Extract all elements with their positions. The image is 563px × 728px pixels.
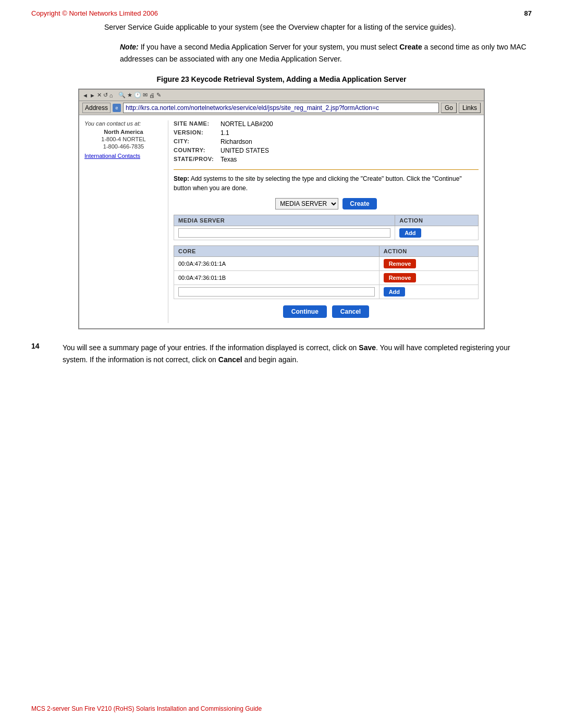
refresh-icon[interactable]: ↺ [103, 92, 108, 98]
core-action-cell-2: Remove [379, 271, 478, 285]
search-icon[interactable]: 🔍 [118, 92, 126, 98]
note-text1: If you have a second Media Application S… [139, 43, 399, 51]
country-value: UNITED STATES [221, 147, 269, 154]
version-value: 1.1 [221, 129, 229, 137]
company-name: North America [84, 129, 163, 135]
go-button[interactable]: Go [441, 103, 457, 113]
core-col-header: CORE [174, 246, 380, 257]
site-name-value: NORTEL LAB#200 [221, 120, 273, 128]
forward-icon[interactable]: ► [90, 92, 95, 98]
create-button[interactable]: Create [342, 198, 376, 209]
state-label: STATE/PROV: [174, 156, 221, 163]
main-web-area: SITE NAME: NORTEL LAB#200 VERSION: 1.1 C… [168, 120, 479, 323]
cancel-button[interactable]: Cancel [332, 305, 369, 318]
core-value-cell-1: 00:0A:47:36:01:1A [174, 257, 380, 271]
core-action-cell-1: Remove [379, 257, 478, 271]
home-icon[interactable]: ⌂ [109, 92, 113, 98]
state-row: STATE/PROV: Texas [174, 156, 479, 163]
footer-text: MCS 2-server Sun Fire V210 (RoHS) Solari… [31, 705, 262, 712]
core-add-cell: Add [379, 285, 478, 299]
stop-icon[interactable]: ✕ [97, 92, 102, 98]
version-label: VERSION: [174, 129, 221, 137]
phone1: 1-800-4 NORTEL [84, 136, 163, 142]
note-bold1: Create [399, 43, 422, 51]
step14-bold2: Cancel [218, 355, 242, 364]
address-bar-row: Address e Go Links [79, 101, 484, 115]
main-content: Server Service Guide applicable to your … [0, 21, 563, 65]
media-server-input-cell [174, 226, 395, 240]
page-number: 87 [524, 9, 532, 17]
version-row: VERSION: 1.1 [174, 129, 479, 137]
media-server-input[interactable] [178, 228, 390, 238]
site-info-table: SITE NAME: NORTEL LAB#200 VERSION: 1.1 C… [174, 120, 479, 163]
intl-contacts-link[interactable]: International Contacts [84, 153, 163, 159]
step14-section: 14 You will see a summary page of your e… [0, 342, 563, 365]
media-server-table: MEDIA SERVER ACTION Add [174, 215, 479, 240]
media-server-action-col-header: ACTION [395, 215, 479, 226]
core-input-cell [174, 285, 380, 299]
bottom-buttons-row: Continue Cancel [174, 305, 479, 318]
core-table: CORE ACTION 00:0A:47:36:01:1A Remove [174, 245, 479, 299]
site-name-row: SITE NAME: NORTEL LAB#200 [174, 120, 479, 128]
step14-text1: You will see a summary page of your entr… [63, 343, 359, 352]
address-label: Address [82, 103, 111, 113]
core-add-button[interactable]: Add [384, 287, 405, 297]
back-icon[interactable]: ◄ [82, 92, 88, 98]
step14-description: You will see a summary page of your entr… [63, 342, 532, 365]
page-icon: e [113, 104, 121, 112]
media-server-row-1: Add [174, 226, 479, 240]
intro-text: Server Service Guide applicable to your … [104, 21, 532, 33]
contact-label: You can contact us at: [84, 120, 163, 127]
country-label: COUNTRY: [174, 147, 221, 154]
create-row: MEDIA SERVER Create [174, 198, 479, 209]
core-remove-button-1[interactable]: Remove [384, 259, 417, 268]
core-mac-1: 00:0A:47:36:01:1A [178, 261, 226, 267]
phone2: 1-800-466-7835 [84, 143, 163, 150]
city-label: CITY: [174, 138, 221, 145]
browser-toolbar: ◄ ► ✕ ↺ ⌂ 🔍 ★ 🕐 ✉ 🖨 ✎ [79, 90, 484, 101]
city-value: Richardson [221, 138, 252, 145]
step14-number: 14 [31, 342, 52, 365]
step14-text3: and begin again. [242, 355, 298, 364]
web-content: You can contact us at: North America 1-8… [79, 115, 484, 328]
core-row-2: 00:0A:47:36:01:1B Remove [174, 271, 479, 285]
browser-window: ◄ ► ✕ ↺ ⌂ 🔍 ★ 🕐 ✉ 🖨 ✎ Address e G [78, 89, 485, 329]
media-server-header-row: MEDIA SERVER ACTION [174, 215, 479, 226]
nav-icons: ◄ ► ✕ ↺ ⌂ 🔍 ★ 🕐 ✉ 🖨 ✎ [82, 92, 161, 98]
note-box: Note: If you have a second Media Applica… [120, 41, 532, 65]
state-value: Texas [221, 156, 237, 163]
core-mac-2: 00:0A:47:36:01:1B [178, 275, 226, 281]
core-header-row: CORE ACTION [174, 246, 479, 257]
core-row-1: 00:0A:47:36:01:1A Remove [174, 257, 479, 271]
core-remove-button-2[interactable]: Remove [384, 273, 417, 282]
media-server-add-button[interactable]: Add [399, 228, 421, 238]
footer: MCS 2-server Sun Fire V210 (RoHS) Solari… [31, 704, 532, 712]
step-instruction: Step: Add systems to the site by selecti… [174, 174, 479, 193]
step14-bold1: Save [359, 343, 376, 352]
core-action-col-header: ACTION [379, 246, 478, 257]
site-name-label: SITE NAME: [174, 120, 221, 128]
edit-icon[interactable]: ✎ [156, 92, 161, 98]
core-value-cell-2: 00:0A:47:36:01:1B [174, 271, 380, 285]
divider [174, 169, 479, 170]
city-row: CITY: Richardson [174, 138, 479, 145]
address-input[interactable] [123, 103, 439, 113]
country-row: COUNTRY: UNITED STATES [174, 147, 479, 154]
left-sidebar: You can contact us at: North America 1-8… [84, 120, 168, 323]
continue-button[interactable]: Continue [283, 305, 327, 318]
page-container: Copyright © Nortel Networks Limited 2006… [0, 0, 563, 728]
note-label: Note: [120, 43, 139, 51]
server-type-dropdown[interactable]: MEDIA SERVER [275, 198, 338, 209]
media-server-col-header: MEDIA SERVER [174, 215, 395, 226]
step-bold: Step: [174, 175, 189, 182]
mail-icon[interactable]: ✉ [143, 92, 148, 98]
favorites-icon[interactable]: ★ [127, 92, 132, 98]
history-icon[interactable]: 🕐 [134, 92, 141, 98]
media-server-action-cell: Add [395, 226, 479, 240]
core-input[interactable] [178, 287, 375, 297]
figure-caption: Figure 23 Keycode Retrieval System, Addi… [0, 75, 563, 83]
step-text-content: Add systems to the site by selecting the… [174, 175, 462, 192]
header-row: Copyright © Nortel Networks Limited 2006… [0, 0, 563, 21]
print-icon[interactable]: 🖨 [149, 92, 155, 98]
links-button[interactable]: Links [459, 103, 481, 113]
